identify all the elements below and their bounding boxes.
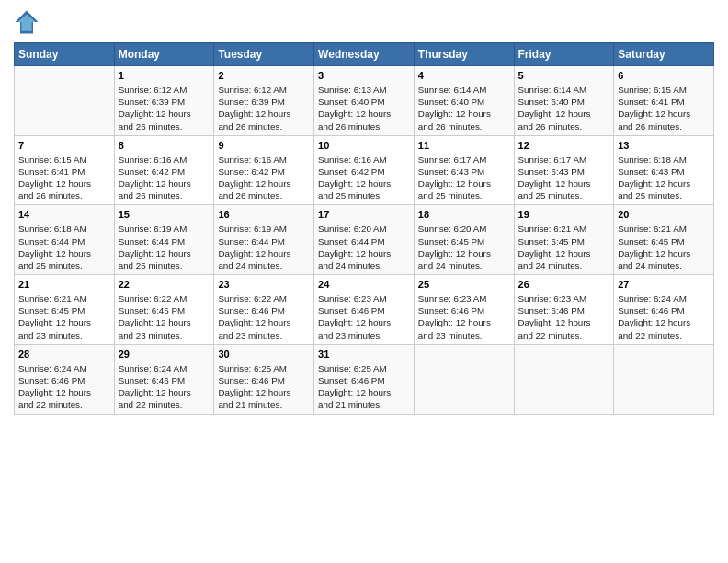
day-cell: 21Sunrise: 6:21 AM Sunset: 6:45 PM Dayli… [15,275,115,345]
day-cell: 3Sunrise: 6:13 AM Sunset: 6:40 PM Daylig… [314,66,415,136]
day-info: Sunrise: 6:16 AM Sunset: 6:42 PM Dayligh… [119,154,210,202]
day-info: Sunrise: 6:14 AM Sunset: 6:40 PM Dayligh… [518,84,610,132]
day-info: Sunrise: 6:23 AM Sunset: 6:46 PM Dayligh… [318,293,410,341]
day-cell: 16Sunrise: 6:19 AM Sunset: 6:44 PM Dayli… [214,205,314,275]
day-info: Sunrise: 6:16 AM Sunset: 6:42 PM Dayligh… [218,154,310,202]
day-info: Sunrise: 6:21 AM Sunset: 6:45 PM Dayligh… [618,223,710,271]
day-number: 6 [618,69,710,83]
day-info: Sunrise: 6:17 AM Sunset: 6:43 PM Dayligh… [418,154,510,202]
col-header-monday: Monday [114,43,214,66]
day-info: Sunrise: 6:20 AM Sunset: 6:45 PM Dayligh… [418,223,510,271]
day-cell: 22Sunrise: 6:22 AM Sunset: 6:45 PM Dayli… [114,275,214,345]
day-cell: 23Sunrise: 6:22 AM Sunset: 6:46 PM Dayli… [214,275,314,345]
day-cell: 10Sunrise: 6:16 AM Sunset: 6:42 PM Dayli… [314,135,415,205]
day-cell: 5Sunrise: 6:14 AM Sunset: 6:40 PM Daylig… [514,66,614,136]
day-number: 16 [218,208,310,222]
header-row: SundayMondayTuesdayWednesdayThursdayFrid… [15,43,714,66]
day-cell: 8Sunrise: 6:16 AM Sunset: 6:42 PM Daylig… [114,135,214,205]
week-row-5: 28Sunrise: 6:24 AM Sunset: 6:46 PM Dayli… [15,344,714,414]
col-header-tuesday: Tuesday [214,43,314,66]
day-number: 13 [618,139,710,153]
day-info: Sunrise: 6:14 AM Sunset: 6:40 PM Dayligh… [418,84,510,132]
col-header-wednesday: Wednesday [314,43,415,66]
day-cell [414,344,514,414]
day-cell: 7Sunrise: 6:15 AM Sunset: 6:41 PM Daylig… [15,135,115,205]
day-cell: 27Sunrise: 6:24 AM Sunset: 6:46 PM Dayli… [614,275,714,345]
col-header-saturday: Saturday [614,43,714,66]
day-cell: 6Sunrise: 6:15 AM Sunset: 6:41 PM Daylig… [614,66,714,136]
day-number: 14 [18,208,110,222]
day-cell: 20Sunrise: 6:21 AM Sunset: 6:45 PM Dayli… [614,205,714,275]
day-info: Sunrise: 6:24 AM Sunset: 6:46 PM Dayligh… [119,362,210,411]
col-header-sunday: Sunday [15,43,115,66]
day-number: 11 [418,139,510,153]
day-info: Sunrise: 6:17 AM Sunset: 6:43 PM Dayligh… [518,154,610,202]
day-cell: 4Sunrise: 6:14 AM Sunset: 6:40 PM Daylig… [414,66,514,136]
day-number: 23 [218,278,310,292]
day-number: 10 [318,139,410,153]
week-row-4: 21Sunrise: 6:21 AM Sunset: 6:45 PM Dayli… [15,275,714,345]
day-info: Sunrise: 6:21 AM Sunset: 6:45 PM Dayligh… [518,223,610,271]
day-cell: 2Sunrise: 6:12 AM Sunset: 6:39 PM Daylig… [214,66,314,136]
day-cell [514,344,614,414]
day-cell: 28Sunrise: 6:24 AM Sunset: 6:46 PM Dayli… [15,344,115,414]
day-info: Sunrise: 6:13 AM Sunset: 6:40 PM Dayligh… [318,84,410,132]
day-cell: 12Sunrise: 6:17 AM Sunset: 6:43 PM Dayli… [514,135,614,205]
day-cell: 1Sunrise: 6:12 AM Sunset: 6:39 PM Daylig… [114,66,214,136]
day-info: Sunrise: 6:20 AM Sunset: 6:44 PM Dayligh… [318,223,410,271]
day-info: Sunrise: 6:18 AM Sunset: 6:44 PM Dayligh… [18,223,110,271]
day-info: Sunrise: 6:12 AM Sunset: 6:39 PM Dayligh… [218,84,310,132]
day-info: Sunrise: 6:23 AM Sunset: 6:46 PM Dayligh… [418,293,510,341]
day-info: Sunrise: 6:16 AM Sunset: 6:42 PM Dayligh… [318,154,410,202]
day-cell: 17Sunrise: 6:20 AM Sunset: 6:44 PM Dayli… [314,205,415,275]
day-cell: 25Sunrise: 6:23 AM Sunset: 6:46 PM Dayli… [414,275,514,345]
day-cell: 30Sunrise: 6:25 AM Sunset: 6:46 PM Dayli… [214,344,314,414]
day-cell: 29Sunrise: 6:24 AM Sunset: 6:46 PM Dayli… [114,344,214,414]
day-number: 26 [518,278,610,292]
day-info: Sunrise: 6:23 AM Sunset: 6:46 PM Dayligh… [518,293,610,341]
day-number: 9 [218,139,310,153]
day-number: 5 [518,69,610,83]
day-info: Sunrise: 6:24 AM Sunset: 6:46 PM Dayligh… [618,293,710,341]
day-info: Sunrise: 6:18 AM Sunset: 6:43 PM Dayligh… [618,154,710,202]
day-number: 29 [119,348,210,362]
day-info: Sunrise: 6:12 AM Sunset: 6:39 PM Dayligh… [119,84,210,132]
day-info: Sunrise: 6:19 AM Sunset: 6:44 PM Dayligh… [218,223,310,271]
day-number: 8 [119,139,210,153]
calendar-table: SundayMondayTuesdayWednesdayThursdayFrid… [14,42,714,415]
day-number: 15 [119,208,210,222]
col-header-friday: Friday [514,43,614,66]
day-info: Sunrise: 6:22 AM Sunset: 6:45 PM Dayligh… [119,293,210,341]
day-number: 3 [318,69,410,83]
day-info: Sunrise: 6:15 AM Sunset: 6:41 PM Dayligh… [18,154,110,202]
day-cell: 14Sunrise: 6:18 AM Sunset: 6:44 PM Dayli… [15,205,115,275]
week-row-1: 1Sunrise: 6:12 AM Sunset: 6:39 PM Daylig… [15,66,714,136]
day-info: Sunrise: 6:24 AM Sunset: 6:46 PM Dayligh… [18,362,110,411]
day-info: Sunrise: 6:19 AM Sunset: 6:44 PM Dayligh… [119,223,210,271]
day-info: Sunrise: 6:25 AM Sunset: 6:46 PM Dayligh… [318,362,410,411]
day-cell: 24Sunrise: 6:23 AM Sunset: 6:46 PM Dayli… [314,275,415,345]
day-cell: 19Sunrise: 6:21 AM Sunset: 6:45 PM Dayli… [514,205,614,275]
logo-icon [14,9,40,35]
day-number: 22 [119,278,210,292]
page: SundayMondayTuesdayWednesdayThursdayFrid… [0,0,728,563]
day-cell: 26Sunrise: 6:23 AM Sunset: 6:46 PM Dayli… [514,275,614,345]
day-number: 27 [618,278,710,292]
day-cell: 13Sunrise: 6:18 AM Sunset: 6:43 PM Dayli… [614,135,714,205]
logo [14,9,43,35]
day-number: 17 [318,208,410,222]
day-cell: 9Sunrise: 6:16 AM Sunset: 6:42 PM Daylig… [214,135,314,205]
day-number: 25 [418,278,510,292]
col-header-thursday: Thursday [414,43,514,66]
day-number: 2 [218,69,310,83]
day-number: 19 [518,208,610,222]
day-info: Sunrise: 6:22 AM Sunset: 6:46 PM Dayligh… [218,293,310,341]
day-number: 1 [119,69,210,83]
day-info: Sunrise: 6:15 AM Sunset: 6:41 PM Dayligh… [618,84,710,132]
day-cell: 15Sunrise: 6:19 AM Sunset: 6:44 PM Dayli… [114,205,214,275]
day-number: 30 [218,348,310,362]
day-cell: 11Sunrise: 6:17 AM Sunset: 6:43 PM Dayli… [414,135,514,205]
day-number: 20 [618,208,710,222]
header [14,9,714,35]
day-cell [15,66,115,136]
